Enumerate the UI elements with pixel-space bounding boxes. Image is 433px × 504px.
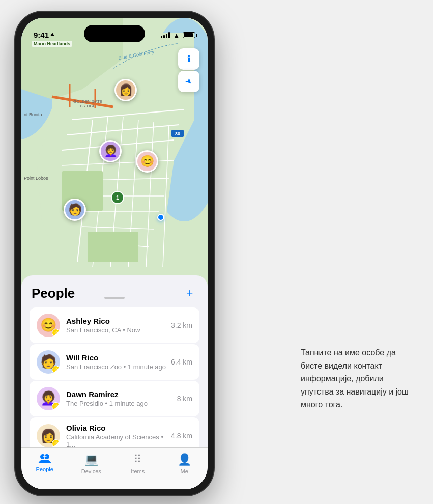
person-avatar: 👩‍🦱 ⭐ [37,387,60,410]
people-title: People [32,286,75,301]
info-icon: ℹ [187,53,191,65]
tab-bar: People 💻 Devices ⠿ Items 👤 Me [21,447,208,489]
person-location: San Francisco Zoo • 1 minute ago [66,363,171,371]
status-time: 9:41 [34,31,54,39]
map-pin-will[interactable]: 🧑 [64,199,86,221]
person-row[interactable]: 👩‍🦱 ⭐ Dawn Ramirez The Presidio • 1 minu… [30,381,199,416]
svg-rect-21 [88,232,138,262]
location-arrow-icon [50,33,54,36]
person-avatar: 🧑 ⭐ [37,350,60,374]
location-icon: ➤ [183,75,195,87]
person-avatar: 😊 ⭐ [37,314,60,337]
bottom-panel: People + 😊 ⭐ Ashley Rico San Francisco, … [21,275,208,489]
status-icons: ▲ [161,32,195,39]
person-info: Ashley Rico San Francisco, CA • Now [66,317,171,334]
phone-frame: 9:41 ▲ [15,12,214,495]
person-row[interactable]: 🧑 ⭐ Will Rico San Francisco Zoo • 1 minu… [30,344,199,380]
person-name: Ashley Rico [66,317,171,325]
annotation-line [280,367,301,367]
person-location: The Presidio • 1 minute ago [66,400,177,407]
tab-label-people: People [36,466,53,472]
svg-text:80: 80 [175,131,180,136]
people-tab-icon [38,453,51,464]
map-pin-olivia[interactable]: 😊 [136,150,158,173]
avatar-badge: ⭐ [52,402,60,410]
avatar-badge: ⭐ [52,366,60,374]
tab-label-me: Me [181,468,188,474]
signal-icon [161,32,170,38]
map-area[interactable]: 80 Marin Headlands nt Bonita Point Lobos… [21,18,208,293]
annotation: Тапните на име особе да бисте видели кон… [301,346,418,411]
route-badge: 1 [111,191,124,204]
dynamic-island [84,25,145,42]
tab-devices[interactable]: 💻 Devices [73,453,109,474]
annotation-text: Тапните на име особе да бисте видели кон… [301,346,418,411]
user-location-dot [157,214,164,221]
person-distance: 6.4 km [171,358,192,366]
map-location-button[interactable]: ➤ [178,71,199,92]
tab-me[interactable]: 👤 Me [166,453,202,474]
map-background: 80 Marin Headlands nt Bonita Point Lobos… [21,18,208,293]
people-header: People + [21,275,208,307]
phone-screen: 9:41 ▲ [21,18,208,489]
phone-wrapper: 9:41 ▲ [15,12,229,500]
map-info-button[interactable]: ℹ [178,48,199,70]
person-info: Olivia Rico California Academy of Scienc… [66,424,171,449]
person-name: Will Rico [66,353,171,362]
person-location: California Academy of Sciences • 1... [66,433,171,449]
time-display: 9:41 [34,31,49,39]
add-person-button[interactable]: + [182,286,197,301]
person-avatar: 👩 ⭐ [37,424,60,447]
map-button-group: ℹ ➤ [178,48,199,92]
drag-handle[interactable] [104,297,125,299]
person-row[interactable]: 😊 ⭐ Ashley Rico San Francisco, CA • Now … [30,307,199,343]
person-name: Dawn Ramirez [66,390,177,399]
me-tab-icon: 👤 [178,453,191,466]
battery-icon [183,32,195,38]
tab-people[interactable]: People [27,453,63,472]
point-bonita-label: nt Bonita [24,112,42,117]
tab-items[interactable]: ⠿ Items [120,453,156,474]
person-distance: 8 km [177,395,192,403]
person-name: Olivia Rico [66,424,171,432]
person-info: Will Rico San Francisco Zoo • 1 minute a… [66,353,171,371]
items-tab-icon: ⠿ [133,453,142,466]
wifi-icon: ▲ [173,32,180,39]
golden-gate-label: GOLDEN GATEBRIDGE [73,99,102,108]
person-distance: 4.8 km [171,432,192,440]
person-info: Dawn Ramirez The Presidio • 1 minute ago [66,390,177,407]
map-pin-ashley[interactable]: 👩 [114,79,137,101]
tab-label-items: Items [131,468,145,474]
person-location: San Francisco, CA • Now [66,326,171,334]
map-pin-dawn[interactable]: 👩‍🦱 [99,140,122,162]
avatar-badge: ⭐ [52,439,60,447]
avatar-badge: ⭐ [52,329,60,337]
point-lobos-label: Point Lobos [24,176,48,181]
devices-tab-icon: 💻 [84,453,98,466]
people-list: 😊 ⭐ Ashley Rico San Francisco, CA • Now … [21,307,208,455]
tab-label-devices: Devices [81,468,101,474]
person-distance: 3.2 km [171,321,192,329]
